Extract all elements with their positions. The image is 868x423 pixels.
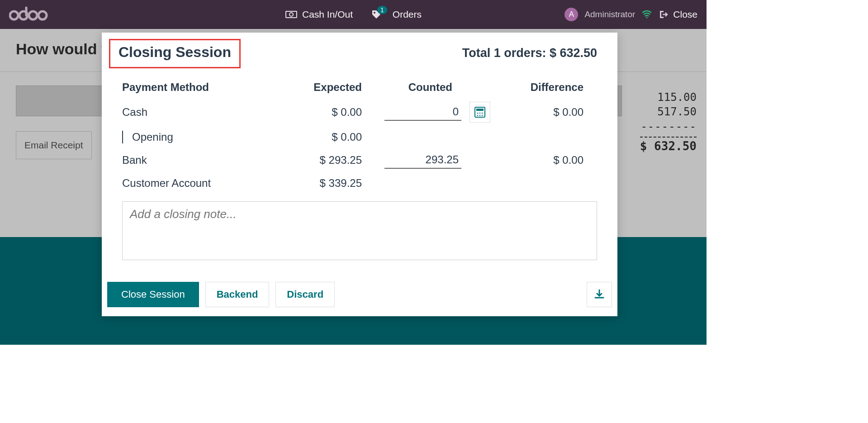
cash-label: Cash	[122, 106, 280, 119]
close-session-button[interactable]: Close Session	[107, 282, 199, 307]
sign-out-icon	[659, 10, 669, 19]
svg-point-12	[482, 113, 483, 114]
svg-point-5	[289, 13, 293, 16]
customer-label: Customer Account	[122, 177, 280, 190]
highlight-box: Closing Session	[109, 39, 241, 68]
cash-in-out-label: Cash In/Out	[302, 9, 353, 20]
avatar[interactable]: A	[564, 8, 578, 21]
svg-point-0	[10, 11, 18, 19]
top-header: Cash In/Out 1 Orders A Administrator Clo…	[0, 0, 707, 29]
download-button[interactable]	[587, 282, 612, 307]
row-opening: Opening $ 0.00	[122, 131, 597, 143]
svg-point-7	[646, 17, 648, 19]
svg-point-3	[38, 11, 47, 19]
cash-expected: $ 0.00	[280, 106, 362, 119]
payment-table: Payment Method Expected Counted Differen…	[122, 81, 597, 190]
modal-total-text: Total 1 orders: $ 632.50	[462, 46, 597, 60]
svg-point-2	[29, 11, 37, 19]
closing-note-input[interactable]	[122, 201, 597, 260]
svg-point-13	[477, 115, 479, 116]
customer-expected: $ 339.25	[280, 177, 362, 190]
bank-difference: $ 0.00	[502, 154, 583, 166]
bank-label: Bank	[122, 154, 280, 166]
svg-point-6	[374, 12, 375, 14]
close-button[interactable]: Close	[659, 9, 697, 20]
col-header-counted: Counted	[362, 81, 461, 94]
opening-expected: $ 0.00	[280, 131, 362, 143]
modal-title: Closing Session	[119, 44, 231, 61]
svg-point-15	[482, 115, 483, 116]
svg-rect-9	[476, 109, 484, 111]
svg-point-11	[479, 113, 481, 114]
calculator-icon	[474, 106, 486, 118]
orders-badge: 1	[377, 6, 387, 14]
row-bank: Bank $ 293.25 $ 0.00	[122, 152, 597, 169]
row-customer-account: Customer Account $ 339.25	[122, 177, 597, 190]
orders-label: Orders	[393, 9, 422, 20]
col-header-expected: Expected	[280, 81, 362, 94]
bank-counted-input[interactable]	[384, 152, 461, 169]
backend-button[interactable]: Backend	[205, 282, 270, 307]
cash-icon	[285, 10, 298, 19]
calculator-button[interactable]	[470, 102, 490, 123]
odoo-logo[interactable]	[9, 5, 54, 24]
svg-point-14	[479, 115, 481, 116]
svg-point-10	[477, 113, 479, 114]
cash-counted-input[interactable]	[384, 104, 461, 121]
cash-difference: $ 0.00	[502, 106, 583, 119]
download-icon	[593, 289, 605, 300]
cash-in-out-button[interactable]: Cash In/Out	[285, 9, 353, 20]
discard-button[interactable]: Discard	[275, 282, 335, 307]
orders-button[interactable]: 1 Orders	[371, 9, 422, 20]
opening-label: Opening	[122, 131, 280, 143]
close-label: Close	[673, 9, 697, 20]
bank-expected: $ 293.25	[280, 154, 362, 166]
row-cash: Cash $ 0.00 $ 0.00	[122, 102, 597, 123]
wifi-icon	[641, 10, 652, 19]
col-header-method: Payment Method	[122, 81, 280, 94]
closing-session-modal: Closing Session Total 1 orders: $ 632.50…	[102, 33, 617, 316]
col-header-difference: Difference	[502, 81, 583, 94]
avatar-initial: A	[569, 10, 574, 19]
user-name[interactable]: Administrator	[584, 10, 635, 19]
